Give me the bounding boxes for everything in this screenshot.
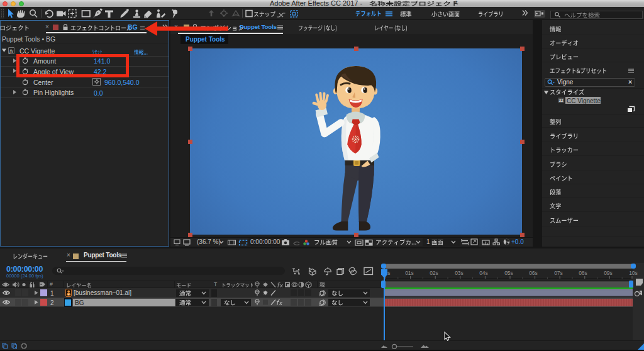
svg-text:07s: 07s [554, 270, 563, 276]
svg-text:03s: 03s [455, 270, 464, 276]
svg-text:01s: 01s [405, 270, 414, 276]
svg-text:02s: 02s [430, 270, 438, 276]
svg-text:08s: 08s [579, 270, 587, 276]
svg-text:09s: 09s [604, 270, 613, 276]
svg-text:05s: 05s [504, 270, 513, 276]
svg-text:06s: 06s [529, 270, 538, 276]
svg-text:04s: 04s [479, 270, 488, 276]
svg-text:10s: 10s [629, 270, 638, 276]
